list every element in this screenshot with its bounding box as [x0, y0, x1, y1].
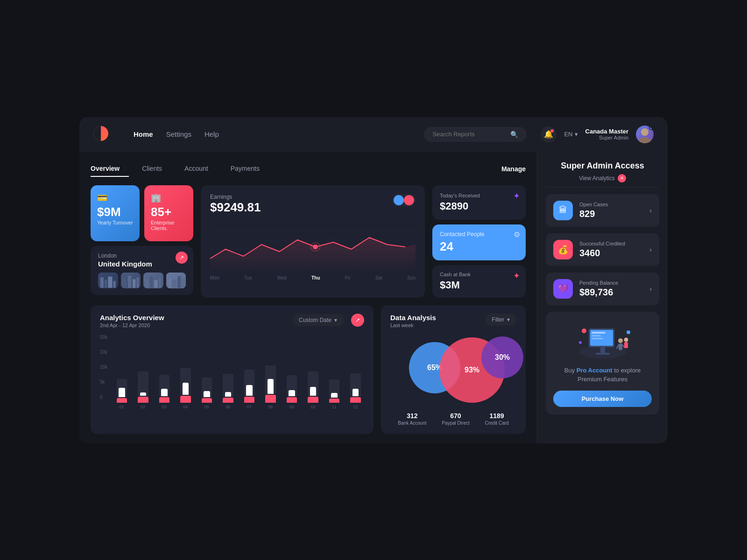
bar-x-label: 03: [162, 405, 167, 409]
svg-rect-31: [596, 353, 610, 355]
bars-area: 010203040506070809101112: [113, 335, 364, 409]
data-analysis-card: Data Analysis Last week Filter ▾ 65%: [381, 305, 526, 434]
stat-bank: 312 Bank Account: [398, 412, 426, 426]
contacted-label: Contacted People: [440, 231, 518, 238]
search-icon: 🔍: [510, 131, 518, 138]
stat-bank-value: 312: [398, 412, 426, 420]
svg-line-35: [622, 345, 624, 347]
bar-dark: [159, 375, 170, 396]
city-thumb-2: [121, 273, 141, 288]
search-input[interactable]: [432, 131, 506, 138]
stat-paypal-label: Paypal Direct: [442, 420, 469, 426]
tab-account[interactable]: Account: [175, 161, 218, 177]
tab-payments[interactable]: Payments: [221, 161, 269, 177]
chevron-right-icon: ›: [649, 246, 652, 253]
clients-value: 85+: [151, 206, 187, 218]
svg-rect-3: [105, 280, 107, 288]
location-card: London United Kingdom ↗: [91, 246, 193, 295]
add-cash-icon[interactable]: ✦: [513, 271, 520, 281]
bar-white: [183, 383, 189, 395]
received-card: Today's Received $2890 ✦ Contacted Peopl…: [432, 185, 526, 298]
svg-rect-7: [127, 275, 131, 287]
card-icon-clients: 🏢: [151, 193, 187, 203]
bar-white: [268, 379, 274, 394]
analytics-controls: Custom Date ▾ ↗: [292, 314, 364, 327]
pending-balance-row[interactable]: 💜 Pending Balance $89,736 ›: [546, 273, 659, 305]
filter-button[interactable]: Filter ▾: [485, 314, 516, 326]
location-badge[interactable]: ↗: [176, 252, 188, 264]
turnover-label: Yearly Turnover: [97, 220, 133, 225]
user-role: Super Admin: [585, 135, 628, 140]
bar-red: [180, 396, 191, 402]
nav-settings[interactable]: Settings: [166, 128, 191, 140]
chevron-down-icon: ▾: [334, 317, 337, 323]
chart-toggle[interactable]: [392, 194, 416, 207]
view-analytics-link[interactable]: View Analytics ✕: [579, 174, 626, 182]
clients-card: 🏢 85+ Enterprise Clients.: [144, 185, 193, 241]
bar-white: [161, 389, 168, 396]
svg-point-1: [639, 137, 651, 143]
bar-red: [138, 397, 148, 403]
pending-info: Pending Balance $89,736: [579, 280, 643, 298]
data-info: Data Analysis Last week: [390, 314, 436, 328]
gear-icon[interactable]: ⚙: [514, 230, 520, 239]
promo-card: Buy Pro Account to explore Premium Featu…: [546, 312, 659, 414]
venn-diagram: 65% 93% 30%: [390, 333, 516, 407]
turnover-card: 💳 $9M Yearly Turnover: [91, 185, 140, 241]
bar-x-label: 07: [247, 405, 252, 409]
bar-wrap: [304, 337, 322, 403]
open-cases-row[interactable]: 🏛 Open Cases 829 ›: [546, 194, 659, 227]
search-bar[interactable]: 🔍: [424, 127, 527, 142]
notification-button[interactable]: 🔔: [541, 126, 557, 142]
data-title: Data Analysis: [390, 314, 436, 322]
logo: [93, 126, 110, 143]
avatar[interactable]: [636, 126, 654, 143]
header: Home Settings Help 🔍 🔔 EN ▾ Canada Maste…: [79, 117, 668, 152]
chart-day-thu: Thu: [311, 275, 320, 280]
earnings-header: Earnings $9249.81: [210, 194, 416, 215]
bar-red: [244, 397, 255, 403]
cash-label: Cash at Bank: [440, 272, 518, 277]
y-label-0: 0: [100, 395, 107, 400]
todays-received: Today's Received $2890 ✦: [432, 185, 526, 220]
purchase-now-button[interactable]: Purchase Now: [553, 391, 652, 407]
y-label-20k: 20k: [100, 350, 107, 355]
credited-row[interactable]: 💰 Successful Credited 3460 ›: [546, 233, 659, 266]
analytics-expand-button[interactable]: ↗: [351, 314, 364, 327]
nav-home[interactable]: Home: [134, 128, 153, 140]
custom-date-button[interactable]: Custom Date ▾: [292, 314, 344, 326]
chart-day-sat: Sat: [375, 275, 382, 280]
tab-clients[interactable]: Clients: [133, 161, 171, 177]
svg-point-36: [624, 337, 628, 342]
bar-wrap: [240, 337, 258, 403]
toggle-red[interactable]: [404, 195, 414, 205]
svg-rect-13: [159, 278, 161, 287]
bar-group: 10: [304, 337, 322, 409]
stat-paypal: 670 Paypal Direct: [442, 412, 469, 426]
content-area: Overview Clients Account Payments Manage…: [79, 152, 537, 443]
tab-overview[interactable]: Overview: [91, 161, 129, 177]
pending-icon: 💜: [553, 279, 573, 299]
bar-x-label: 12: [353, 405, 358, 409]
nav-help[interactable]: Help: [204, 128, 219, 140]
bar-x-label: 02: [141, 405, 145, 409]
notification-dot: [550, 129, 554, 133]
promo-highlight: Pro Account: [577, 367, 613, 374]
bar-white: [246, 385, 253, 396]
turnover-value: $9M: [97, 206, 133, 218]
header-right: 🔔 EN ▾ Canada Master Super Admin: [541, 126, 654, 143]
chart-days: Mon Tue Wed Thu Fri Sat Sun: [210, 275, 416, 280]
language-selector[interactable]: EN ▾: [564, 131, 578, 138]
add-received-icon[interactable]: ✦: [513, 191, 520, 201]
bar-group: 04: [177, 337, 195, 409]
bar-x-label: 01: [120, 405, 124, 409]
clients-label: Enterprise Clients.: [151, 220, 187, 231]
stat-credit-label: Credit Card: [485, 420, 508, 426]
credited-value: 3460: [579, 248, 643, 259]
bar-wrap: [177, 337, 195, 403]
analytics-date: 2nd Apr - 12 Apr 2020: [100, 322, 164, 328]
manage-button[interactable]: Manage: [501, 165, 526, 173]
toggle-blue[interactable]: [394, 195, 404, 205]
admin-header: Super Admin Access View Analytics ✕: [546, 161, 659, 188]
svg-rect-6: [122, 278, 126, 287]
